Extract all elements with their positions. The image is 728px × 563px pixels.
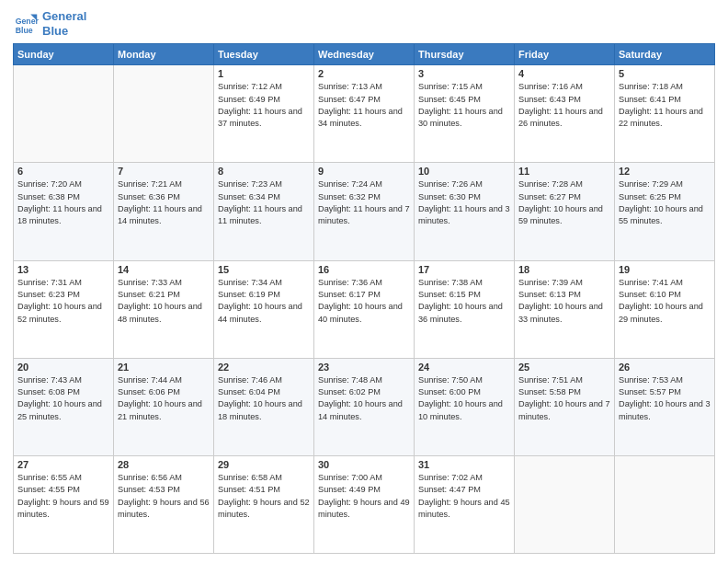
calendar-cell: 30Sunrise: 7:00 AM Sunset: 4:49 PM Dayli… <box>314 455 415 553</box>
day-info: Sunrise: 7:20 AM Sunset: 6:38 PM Dayligh… <box>17 178 109 227</box>
header: General Blue General Blue <box>13 9 715 38</box>
day-number: 13 <box>17 264 109 275</box>
day-number: 27 <box>17 459 109 470</box>
calendar-cell: 8Sunrise: 7:23 AM Sunset: 6:34 PM Daylig… <box>214 163 314 260</box>
dow-header: Wednesday <box>314 44 415 65</box>
day-number: 21 <box>118 362 210 373</box>
calendar-cell: 23Sunrise: 7:48 AM Sunset: 6:02 PM Dayli… <box>314 358 415 455</box>
day-info: Sunrise: 7:29 AM Sunset: 6:25 PM Dayligh… <box>619 178 711 227</box>
day-info: Sunrise: 7:02 AM Sunset: 4:47 PM Dayligh… <box>418 472 510 521</box>
day-number: 20 <box>17 362 109 373</box>
calendar-cell: 25Sunrise: 7:51 AM Sunset: 5:58 PM Dayli… <box>515 358 615 455</box>
calendar-cell: 6Sunrise: 7:20 AM Sunset: 6:38 PM Daylig… <box>14 163 114 260</box>
logo: General Blue General Blue <box>13 9 86 38</box>
calendar-cell: 4Sunrise: 7:16 AM Sunset: 6:43 PM Daylig… <box>515 65 615 163</box>
calendar-cell: 29Sunrise: 6:58 AM Sunset: 4:51 PM Dayli… <box>214 455 314 553</box>
day-number: 4 <box>518 68 610 79</box>
day-number: 17 <box>418 264 510 275</box>
day-info: Sunrise: 7:16 AM Sunset: 6:43 PM Dayligh… <box>518 81 610 130</box>
day-info: Sunrise: 7:23 AM Sunset: 6:34 PM Dayligh… <box>218 178 310 227</box>
logo-blue: Blue <box>42 24 86 39</box>
day-number: 23 <box>318 362 410 373</box>
day-number: 30 <box>318 459 410 470</box>
day-info: Sunrise: 7:50 AM Sunset: 6:00 PM Dayligh… <box>418 374 510 423</box>
day-number: 1 <box>218 68 310 79</box>
day-info: Sunrise: 7:46 AM Sunset: 6:04 PM Dayligh… <box>218 374 310 423</box>
day-number: 3 <box>418 68 510 79</box>
day-info: Sunrise: 7:34 AM Sunset: 6:19 PM Dayligh… <box>218 277 310 326</box>
dow-header: Tuesday <box>214 44 314 65</box>
day-info: Sunrise: 7:38 AM Sunset: 6:15 PM Dayligh… <box>418 277 510 326</box>
day-number: 25 <box>518 362 610 373</box>
calendar-cell: 10Sunrise: 7:26 AM Sunset: 6:30 PM Dayli… <box>415 163 515 260</box>
calendar-week: 27Sunrise: 6:55 AM Sunset: 4:55 PM Dayli… <box>14 455 715 553</box>
day-number: 22 <box>218 362 310 373</box>
calendar-cell: 2Sunrise: 7:13 AM Sunset: 6:47 PM Daylig… <box>314 65 415 163</box>
dow-header: Thursday <box>415 44 515 65</box>
calendar: SundayMondayTuesdayWednesdayThursdayFrid… <box>13 43 715 554</box>
calendar-cell: 14Sunrise: 7:33 AM Sunset: 6:21 PM Dayli… <box>114 260 214 358</box>
calendar-cell: 7Sunrise: 7:21 AM Sunset: 6:36 PM Daylig… <box>114 163 214 260</box>
day-info: Sunrise: 7:28 AM Sunset: 6:27 PM Dayligh… <box>518 178 610 227</box>
calendar-week: 13Sunrise: 7:31 AM Sunset: 6:23 PM Dayli… <box>14 260 715 358</box>
calendar-cell: 12Sunrise: 7:29 AM Sunset: 6:25 PM Dayli… <box>615 163 715 260</box>
day-info: Sunrise: 7:00 AM Sunset: 4:49 PM Dayligh… <box>318 472 410 521</box>
day-info: Sunrise: 7:21 AM Sunset: 6:36 PM Dayligh… <box>118 178 210 227</box>
day-info: Sunrise: 7:12 AM Sunset: 6:49 PM Dayligh… <box>218 81 310 130</box>
calendar-cell: 20Sunrise: 7:43 AM Sunset: 6:08 PM Dayli… <box>14 358 114 455</box>
day-info: Sunrise: 7:36 AM Sunset: 6:17 PM Dayligh… <box>318 277 410 326</box>
day-info: Sunrise: 7:43 AM Sunset: 6:08 PM Dayligh… <box>17 374 109 423</box>
calendar-cell <box>114 65 214 163</box>
day-number: 29 <box>218 459 310 470</box>
day-number: 19 <box>619 264 711 275</box>
calendar-cell: 11Sunrise: 7:28 AM Sunset: 6:27 PM Dayli… <box>515 163 615 260</box>
calendar-cell: 21Sunrise: 7:44 AM Sunset: 6:06 PM Dayli… <box>114 358 214 455</box>
calendar-cell <box>515 455 615 553</box>
day-info: Sunrise: 7:39 AM Sunset: 6:13 PM Dayligh… <box>518 277 610 326</box>
svg-text:Blue: Blue <box>16 25 33 34</box>
calendar-cell: 1Sunrise: 7:12 AM Sunset: 6:49 PM Daylig… <box>214 65 314 163</box>
day-number: 2 <box>318 68 410 79</box>
day-info: Sunrise: 7:24 AM Sunset: 6:32 PM Dayligh… <box>318 178 410 227</box>
dow-header: Saturday <box>615 44 715 65</box>
day-info: Sunrise: 6:58 AM Sunset: 4:51 PM Dayligh… <box>218 472 310 521</box>
page: General Blue General Blue SundayMondayTu… <box>0 0 728 563</box>
day-info: Sunrise: 7:44 AM Sunset: 6:06 PM Dayligh… <box>118 374 210 423</box>
logo-general: General <box>42 9 86 24</box>
day-number: 7 <box>118 166 210 177</box>
calendar-cell: 15Sunrise: 7:34 AM Sunset: 6:19 PM Dayli… <box>214 260 314 358</box>
day-number: 11 <box>518 166 610 177</box>
calendar-cell: 17Sunrise: 7:38 AM Sunset: 6:15 PM Dayli… <box>415 260 515 358</box>
day-number: 24 <box>418 362 510 373</box>
calendar-cell: 3Sunrise: 7:15 AM Sunset: 6:45 PM Daylig… <box>415 65 515 163</box>
day-number: 18 <box>518 264 610 275</box>
calendar-cell: 28Sunrise: 6:56 AM Sunset: 4:53 PM Dayli… <box>114 455 214 553</box>
day-number: 12 <box>619 166 711 177</box>
day-number: 15 <box>218 264 310 275</box>
day-info: Sunrise: 7:53 AM Sunset: 5:57 PM Dayligh… <box>619 374 711 423</box>
day-info: Sunrise: 7:26 AM Sunset: 6:30 PM Dayligh… <box>418 178 510 227</box>
day-info: Sunrise: 7:41 AM Sunset: 6:10 PM Dayligh… <box>619 277 711 326</box>
dow-header: Monday <box>114 44 214 65</box>
dow-header: Sunday <box>14 44 114 65</box>
day-number: 28 <box>118 459 210 470</box>
calendar-week: 20Sunrise: 7:43 AM Sunset: 6:08 PM Dayli… <box>14 358 715 455</box>
day-number: 5 <box>619 68 711 79</box>
calendar-cell: 16Sunrise: 7:36 AM Sunset: 6:17 PM Dayli… <box>314 260 415 358</box>
day-info: Sunrise: 7:31 AM Sunset: 6:23 PM Dayligh… <box>17 277 109 326</box>
day-number: 10 <box>418 166 510 177</box>
day-number: 31 <box>418 459 510 470</box>
calendar-cell: 13Sunrise: 7:31 AM Sunset: 6:23 PM Dayli… <box>14 260 114 358</box>
day-info: Sunrise: 7:33 AM Sunset: 6:21 PM Dayligh… <box>118 277 210 326</box>
day-info: Sunrise: 7:15 AM Sunset: 6:45 PM Dayligh… <box>418 81 510 130</box>
calendar-cell: 22Sunrise: 7:46 AM Sunset: 6:04 PM Dayli… <box>214 358 314 455</box>
day-info: Sunrise: 6:55 AM Sunset: 4:55 PM Dayligh… <box>17 472 109 521</box>
calendar-cell: 5Sunrise: 7:18 AM Sunset: 6:41 PM Daylig… <box>615 65 715 163</box>
day-info: Sunrise: 7:13 AM Sunset: 6:47 PM Dayligh… <box>318 81 410 130</box>
calendar-week: 6Sunrise: 7:20 AM Sunset: 6:38 PM Daylig… <box>14 163 715 260</box>
day-number: 14 <box>118 264 210 275</box>
dow-header: Friday <box>515 44 615 65</box>
day-number: 16 <box>318 264 410 275</box>
calendar-week: 1Sunrise: 7:12 AM Sunset: 6:49 PM Daylig… <box>14 65 715 163</box>
calendar-cell: 18Sunrise: 7:39 AM Sunset: 6:13 PM Dayli… <box>515 260 615 358</box>
